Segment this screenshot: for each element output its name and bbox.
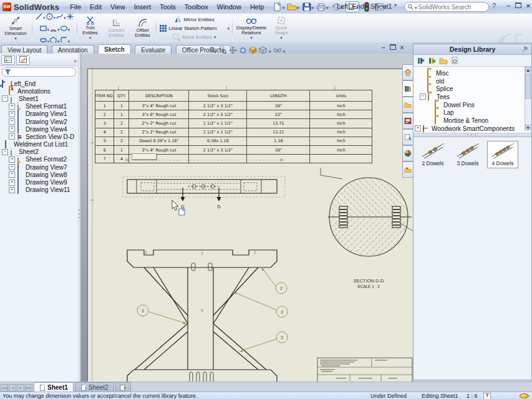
prev-sheet-button[interactable]: ◄ bbox=[9, 384, 16, 392]
maximize-button[interactable] bbox=[514, 2, 523, 9]
expand-toggle[interactable] bbox=[9, 156, 15, 163]
scroll-down-arrow[interactable]: ▼ bbox=[525, 125, 531, 130]
last-sheet-button[interactable]: ►► bbox=[25, 384, 32, 392]
menu-view[interactable]: View bbox=[106, 2, 130, 12]
bom-table[interactable]: ITEM NO. QTY. DESCRIPTION Stock Size LEN… bbox=[95, 90, 372, 163]
sheet-tab-sheet2[interactable]: Sheet2 bbox=[75, 382, 114, 392]
taskpane-tab-search[interactable] bbox=[402, 129, 413, 145]
next-sheet-button[interactable]: ► bbox=[17, 384, 24, 392]
line-tool[interactable] bbox=[35, 11, 46, 22]
tree-item-drawing-view9[interactable]: Drawing View9 bbox=[0, 178, 78, 186]
tree-item-drawing-view2[interactable]: Drawing View2 bbox=[0, 118, 78, 125]
expand-toggle[interactable] bbox=[415, 125, 421, 132]
trestle-drawing-view[interactable] bbox=[127, 250, 277, 382]
scroll-thumb[interactable] bbox=[525, 74, 531, 99]
mirror-entities-button[interactable]: Mirror Entities bbox=[174, 16, 215, 24]
library-tree-scrollbar[interactable]: ▲ ▼ bbox=[525, 67, 531, 130]
sheet1-collapse-toggle[interactable] bbox=[2, 95, 8, 102]
tree-filter-input[interactable] bbox=[2, 67, 76, 77]
doc-minimize-button[interactable] bbox=[382, 44, 385, 51]
hide-show-items-icon[interactable] bbox=[273, 46, 281, 54]
move-entities-button[interactable]: Move Entities bbox=[172, 33, 216, 41]
tree-item-section-view-dd[interactable]: Section View D-D bbox=[0, 133, 78, 140]
quick-snaps-dropdown[interactable] bbox=[280, 36, 283, 41]
display-style-icon[interactable] bbox=[259, 46, 267, 54]
save-dropdown[interactable] bbox=[312, 3, 314, 11]
plank-drawing-view[interactable]: D D bbox=[123, 176, 285, 209]
print-button[interactable] bbox=[316, 2, 329, 12]
tree-item-drawing-view8[interactable]: Drawing View8 bbox=[0, 171, 78, 178]
move-entities-dropdown[interactable] bbox=[214, 34, 216, 40]
library-folder-dowel-pins[interactable]: Dowel Pins bbox=[414, 101, 531, 109]
taskpane-tab-home[interactable] bbox=[402, 64, 413, 80]
arc-tool[interactable] bbox=[49, 22, 60, 34]
minimize-button[interactable] bbox=[504, 2, 513, 9]
sheet2-collapse-toggle[interactable] bbox=[2, 149, 8, 155]
taskpane-tab-file-explorer[interactable] bbox=[402, 97, 413, 113]
search-scope-dropdown[interactable] bbox=[415, 4, 417, 11]
new-button[interactable] bbox=[273, 2, 285, 12]
menu-toolbox[interactable]: Toolbox bbox=[180, 2, 213, 12]
library-folder-misc[interactable]: Misc bbox=[414, 69, 531, 77]
circle-tool[interactable] bbox=[46, 11, 56, 22]
shaded-view-icon[interactable] bbox=[249, 46, 257, 54]
refresh-button[interactable] bbox=[450, 56, 459, 65]
doc-close-button[interactable] bbox=[400, 44, 404, 51]
add-to-library-button[interactable] bbox=[417, 56, 425, 65]
point-tool[interactable] bbox=[66, 12, 74, 21]
search-input[interactable]: SolidWorks Search bbox=[404, 2, 489, 12]
open-button[interactable] bbox=[287, 2, 299, 12]
display-delete-dropdown[interactable] bbox=[250, 36, 253, 41]
expand-toggle[interactable] bbox=[9, 164, 15, 170]
quick-tips-icon[interactable] bbox=[483, 393, 491, 399]
featuremanager-tree-tab[interactable] bbox=[1, 55, 15, 65]
tree-item-sheet2[interactable]: Sheet2 bbox=[0, 148, 78, 156]
first-sheet-button[interactable]: ◄◄ bbox=[1, 384, 8, 392]
library-component-2-dowels[interactable]: 2 Dowels bbox=[417, 141, 448, 168]
ellipse-tool[interactable] bbox=[60, 22, 70, 34]
expand-toggle[interactable] bbox=[9, 180, 15, 186]
scroll-up-arrow[interactable]: ▲ bbox=[525, 67, 531, 72]
tree-item-annotations[interactable]: Annotations bbox=[0, 87, 78, 95]
save-button[interactable] bbox=[302, 2, 314, 12]
bom-row[interactable]: 422"x 2" Rough cut1 1/2" x 1 1/2"13.21In… bbox=[95, 128, 372, 137]
expand-toggle[interactable] bbox=[9, 133, 15, 140]
close-button[interactable] bbox=[524, 2, 532, 9]
trim-dropdown[interactable] bbox=[89, 36, 92, 41]
taskpane-tab-appearances[interactable] bbox=[402, 145, 413, 161]
print-dropdown[interactable] bbox=[326, 3, 329, 11]
tree-item-drawing-view1[interactable]: Drawing View1 bbox=[0, 110, 78, 118]
expand-toggle[interactable] bbox=[9, 111, 15, 117]
expand-toggle[interactable] bbox=[9, 126, 15, 132]
balloon-callouts[interactable] bbox=[137, 267, 288, 352]
section-view-dd-detail[interactable]: SECTION D-D SCALE 1 : 2 bbox=[321, 168, 413, 289]
menu-edit[interactable]: Edit bbox=[85, 2, 106, 12]
menu-insert[interactable]: Insert bbox=[130, 2, 156, 12]
quick-snaps-button[interactable]: Quick Snaps bbox=[271, 16, 291, 41]
taskpane-tab-view-palette[interactable] bbox=[402, 113, 413, 129]
tree-item-weldment-cut-list[interactable]: Weldment Cut List1 bbox=[0, 141, 78, 148]
library-folder-tees[interactable]: Tees bbox=[414, 93, 531, 101]
menu-tools[interactable]: Tools bbox=[155, 2, 180, 12]
rectangle-tool[interactable] bbox=[39, 22, 50, 34]
tree-item-drawing-view7[interactable]: Drawing View7 bbox=[0, 163, 78, 171]
pan-icon[interactable] bbox=[229, 46, 237, 54]
bom-row[interactable]: 213"x 6" Rough cut2 1/2" x 5 1/2"22"Inch bbox=[95, 110, 372, 119]
smart-dimension-dropdown[interactable] bbox=[14, 36, 17, 41]
ellipse-dropdown[interactable] bbox=[68, 22, 70, 34]
pin-icon[interactable] bbox=[522, 46, 529, 52]
expand-toggle[interactable] bbox=[9, 103, 15, 110]
menu-window[interactable]: Window bbox=[213, 2, 246, 12]
new-folder-button[interactable] bbox=[439, 56, 448, 65]
smart-dimension-button[interactable]: Smart Dimension bbox=[2, 15, 29, 42]
add-file-location-button[interactable] bbox=[428, 56, 437, 65]
panel-splitter[interactable] bbox=[78, 54, 81, 382]
panel-expand-chevron[interactable] bbox=[74, 54, 77, 65]
taskpane-tab-design-library[interactable] bbox=[402, 80, 413, 97]
offset-entities-button[interactable]: Offset Entities bbox=[132, 18, 153, 39]
spline-tool[interactable] bbox=[56, 11, 66, 22]
tees-collapse-toggle[interactable] bbox=[420, 94, 426, 100]
display-delete-relations-button[interactable]: Display/Delete Relations bbox=[235, 16, 268, 41]
expand-toggle[interactable] bbox=[9, 187, 15, 193]
library-pane-splitter[interactable] bbox=[414, 133, 531, 137]
